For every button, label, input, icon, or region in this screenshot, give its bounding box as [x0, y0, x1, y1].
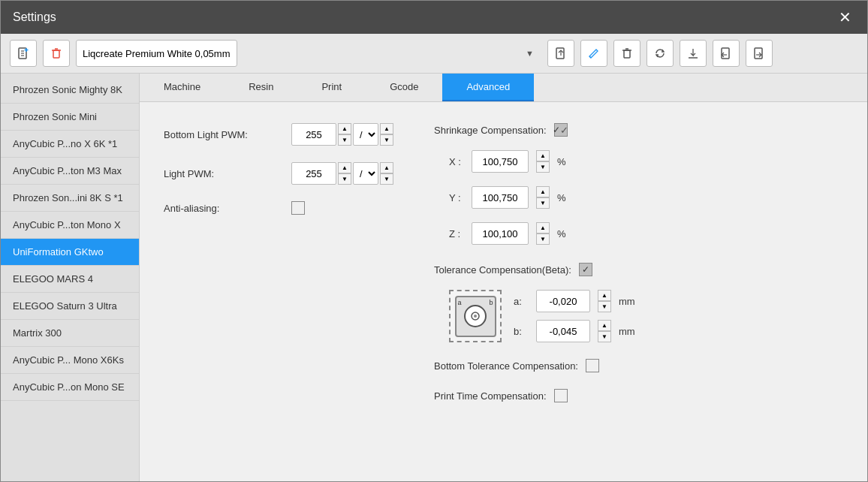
- export-button[interactable]: [547, 40, 574, 67]
- trash-icon: [50, 47, 63, 60]
- b-up[interactable]: ▲: [598, 320, 611, 331]
- sidebar-item-anycubic-x6ks[interactable]: AnyCubic P... Mono X6Ks: [1, 347, 139, 374]
- tab-machine[interactable]: Machine: [140, 74, 225, 101]
- light-slash-up[interactable]: ▲: [380, 162, 393, 173]
- tab-gcode[interactable]: Gcode: [366, 74, 442, 101]
- download-button[interactable]: [680, 40, 707, 67]
- dialog-title: Settings: [13, 11, 56, 24]
- a-up[interactable]: ▲: [598, 290, 611, 301]
- b-down[interactable]: ▼: [598, 331, 611, 342]
- delete-profile-button[interactable]: [43, 40, 70, 67]
- bottom-tolerance-compensation-checkbox[interactable]: [586, 359, 599, 372]
- b-value-row: b: ▲ ▼ mm: [514, 320, 635, 342]
- content-area: Phrozen Sonic Mighty 8K Phrozen Sonic Mi…: [1, 74, 867, 481]
- bottom-tolerance-compensation-label: Bottom Tolerance Compensation:: [434, 360, 578, 372]
- slash-down[interactable]: ▼: [380, 134, 393, 146]
- z-up[interactable]: ▲: [536, 222, 550, 233]
- light-pwm-slash[interactable]: /: [353, 162, 378, 185]
- x-input[interactable]: [472, 150, 529, 173]
- bottom-light-pwm-input[interactable]: [291, 123, 336, 146]
- tolerance-diagram-inner: a b: [455, 296, 496, 337]
- close-button[interactable]: ✕: [834, 7, 855, 28]
- bottom-light-pwm-input-group: ▲ ▼ / ▲ ▼: [291, 123, 393, 146]
- tolerance-compensation-checkbox[interactable]: ✓: [579, 263, 592, 276]
- tab-resin[interactable]: Resin: [225, 74, 297, 101]
- settings-dialog: Settings ✕ Liqcreate Premium White 0,: [0, 0, 868, 482]
- advanced-settings: Bottom Light PWM: ▲ ▼ / ▲: [140, 102, 867, 481]
- export-icon: [554, 47, 568, 60]
- anti-aliasing-row: Anti-aliasing:: [164, 201, 404, 215]
- x-pct: %: [557, 156, 566, 167]
- svg-rect-6: [53, 50, 59, 58]
- z-down[interactable]: ▼: [536, 233, 550, 245]
- b-label: b:: [514, 326, 529, 337]
- bottom-light-pwm-down[interactable]: ▼: [338, 134, 351, 146]
- delete-button2[interactable]: [613, 40, 640, 67]
- light-pwm-input-group: ▲ ▼ / ▲ ▼: [291, 162, 393, 185]
- a-input[interactable]: [536, 290, 590, 312]
- tab-advanced[interactable]: Advanced: [442, 74, 534, 101]
- import-left-button[interactable]: [713, 40, 740, 67]
- z-pct: %: [557, 228, 566, 239]
- edit-button[interactable]: [580, 40, 607, 67]
- diagram-b-label: b: [489, 299, 493, 306]
- toolbar: Liqcreate Premium White 0,05mm: [1, 34, 867, 74]
- svg-point-21: [474, 315, 477, 318]
- new-profile-button[interactable]: [10, 40, 37, 67]
- x-up[interactable]: ▲: [536, 150, 550, 161]
- tolerance-compensation-label: Tolerance Compensation(Beta):: [434, 264, 571, 276]
- download-icon: [686, 47, 700, 60]
- sidebar-item-elegoo-mars4[interactable]: ELEGOO MARS 4: [1, 266, 139, 293]
- sidebar-item-phrozen-mighty[interactable]: Phrozen Sonic Mighty 8K: [1, 77, 139, 104]
- profile-select[interactable]: Liqcreate Premium White 0,05mm: [76, 40, 237, 67]
- sidebar-item-elegoo-saturn3[interactable]: ELEGOO Saturn 3 Ultra: [1, 293, 139, 320]
- import-right-button[interactable]: [746, 40, 773, 67]
- sidebar-item-phrozen-8ks[interactable]: Phrozen Son...ini 8K S *1: [1, 185, 139, 212]
- shrinkage-compensation-checkbox[interactable]: ✓: [554, 123, 568, 137]
- sidebar-item-anycubic-m3max[interactable]: AnyCubic P...ton M3 Max: [1, 158, 139, 185]
- anti-aliasing-checkbox[interactable]: [291, 201, 305, 215]
- z-input[interactable]: [472, 222, 529, 245]
- a-value-row: a: ▲ ▼ mm: [514, 290, 635, 312]
- print-time-compensation-checkbox[interactable]: [554, 389, 568, 402]
- svg-line-11: [589, 56, 591, 58]
- svg-rect-9: [556, 48, 564, 59]
- x-down[interactable]: ▼: [536, 161, 550, 173]
- tab-print[interactable]: Print: [297, 74, 366, 101]
- light-pwm-label: Light PWM:: [164, 168, 284, 179]
- y-up[interactable]: ▲: [536, 186, 550, 197]
- sidebar-item-anycubic-x6k[interactable]: AnyCubic P...no X 6K *1: [1, 131, 139, 158]
- b-input[interactable]: [536, 320, 590, 342]
- anti-aliasing-label: Anti-aliasing:: [164, 203, 284, 214]
- bottom-light-pwm-slash[interactable]: /: [353, 123, 378, 146]
- light-pwm-up[interactable]: ▲: [338, 162, 351, 173]
- refresh-button[interactable]: [646, 40, 674, 67]
- shrinkage-compensation-row: Shrinkage Compensation: ✓: [434, 123, 843, 137]
- sidebar-item-phrozen-mini[interactable]: Phrozen Sonic Mini: [1, 104, 139, 131]
- bottom-light-pwm-up[interactable]: ▲: [338, 123, 351, 134]
- sidebar-item-martrix300[interactable]: Martrix 300: [1, 320, 139, 347]
- y-input[interactable]: [472, 186, 529, 209]
- tolerance-inner-icon: [469, 310, 481, 322]
- profile-select-wrapper: Liqcreate Premium White 0,05mm: [76, 40, 541, 67]
- title-bar: Settings ✕: [1, 1, 867, 34]
- sidebar-item-anycubic-monox[interactable]: AnyCubic P...ton Mono X: [1, 212, 139, 239]
- tolerance-ab-row: a b: [449, 290, 843, 342]
- print-time-compensation-label: Print Time Compensation:: [434, 390, 547, 402]
- print-time-compensation-row: Print Time Compensation:: [434, 389, 843, 402]
- pencil-icon: [587, 47, 601, 60]
- export2-icon: [752, 47, 766, 60]
- tolerance-compensation-row: Tolerance Compensation(Beta): ✓: [434, 263, 843, 276]
- a-down[interactable]: ▼: [598, 301, 611, 312]
- light-slash-down[interactable]: ▼: [380, 173, 393, 185]
- light-pwm-down[interactable]: ▼: [338, 173, 351, 185]
- printer-sidebar: Phrozen Sonic Mighty 8K Phrozen Sonic Mi…: [1, 74, 140, 481]
- sidebar-item-uniformation[interactable]: UniFormation GKtwo: [1, 239, 139, 266]
- light-pwm-input[interactable]: [291, 162, 336, 185]
- sidebar-item-anycubic-monose[interactable]: AnyCubic P...on Mono SE: [1, 374, 139, 401]
- slash-up[interactable]: ▲: [380, 123, 393, 134]
- main-content: Machine Resin Print Gcode Advanced Botto…: [140, 74, 867, 481]
- y-down[interactable]: ▼: [536, 197, 550, 209]
- new-file-icon: [17, 47, 30, 60]
- z-row: Z : ▲ ▼ %: [449, 222, 843, 245]
